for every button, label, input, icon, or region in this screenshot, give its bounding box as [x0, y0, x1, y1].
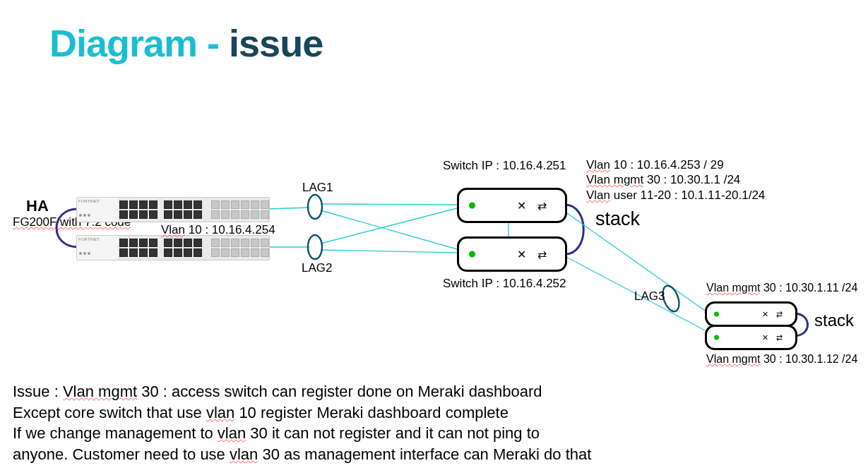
access-switch-top: ✕ ⇄	[705, 301, 797, 327]
page-title: Diagram - issue	[49, 21, 323, 65]
access-vlan-bottom-label: Vlan mgmt 30 : 10.30.1.12 /24	[706, 353, 857, 366]
firewall-top: FORTINET	[76, 197, 270, 222]
svg-point-2	[308, 235, 322, 259]
svg-point-1	[308, 195, 322, 219]
stack-label-core: stack	[595, 208, 640, 230]
lag2-label: LAG2	[302, 261, 332, 275]
access-vlan-top-label: Vlan mgmt 30 : 10.30.1.11 /24	[706, 282, 857, 294]
title-text-a: Diagram -	[49, 22, 229, 64]
vlan10-firewall-label: Vlan 10 : 10.16.4.254	[161, 223, 275, 237]
title-text-b: issue	[229, 22, 323, 64]
switch-arrows-icon: ✕ ⇄	[762, 310, 785, 319]
core-switch-top: ✕ ⇄	[457, 188, 567, 223]
access-switch-bottom: ✕ ⇄	[705, 325, 797, 350]
core-vlan-info: Vlan 10 : 10.16.4.253 / 29 Vlan mgmt 30 …	[586, 157, 765, 203]
switch-ip-top-label: Switch IP : 10.16.4.251	[443, 159, 566, 173]
switch-arrows-icon: ✕ ⇄	[517, 199, 551, 212]
lag1-label: LAG1	[302, 181, 333, 195]
lag3-label: LAG3	[634, 289, 665, 304]
switch-arrows-icon: ✕ ⇄	[762, 333, 785, 342]
firewall-bottom: FORTINET	[76, 235, 270, 260]
ha-label: HA	[26, 197, 49, 215]
switch-arrows-icon: ✕ ⇄	[517, 248, 551, 261]
stack-label-access: stack	[814, 311, 854, 330]
core-switch-bottom: ✕ ⇄	[457, 236, 567, 272]
switch-ip-bottom-label: Switch IP : 10.16.4.252	[443, 277, 566, 291]
issue-description: Issue : Vlan mgmt 30 : access switch can…	[13, 381, 591, 465]
